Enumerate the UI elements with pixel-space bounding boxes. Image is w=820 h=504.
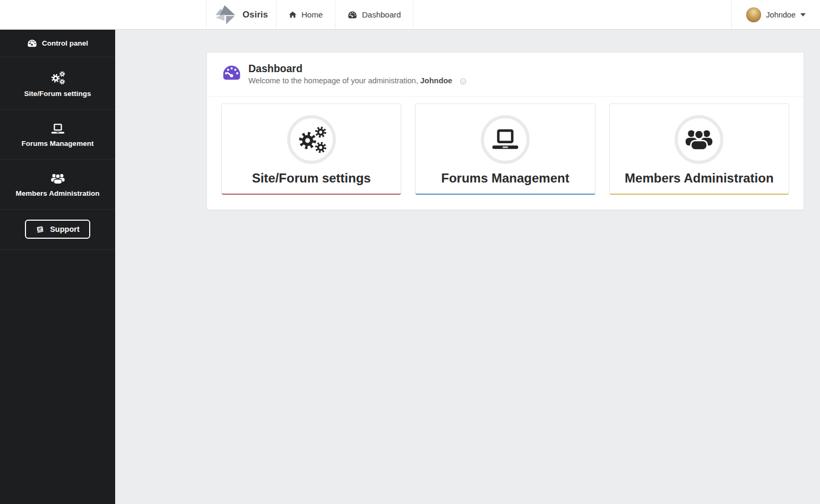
caret-down-icon [800, 13, 806, 16]
navbar-spacer [0, 0, 206, 29]
panel-header-text: Dashboard Welcome to the homepage of you… [248, 63, 467, 85]
card-site-forum-settings[interactable]: Site/Forum settings [221, 103, 401, 195]
card-icon-circle [481, 115, 530, 164]
brand-link[interactable]: Osiris [206, 0, 277, 29]
nav-item-label: Home [301, 10, 323, 19]
user-name: Johndoe [766, 11, 796, 19]
support-button-label: Support [50, 225, 80, 233]
main-content: Dashboard Welcome to the homepage of you… [115, 52, 820, 210]
nav-item-label: Dashboard [362, 10, 401, 19]
users-icon [50, 173, 66, 185]
dashboard-icon [27, 39, 37, 48]
smiley-icon [460, 78, 467, 85]
panel-header: Dashboard Welcome to the homepage of you… [207, 53, 804, 96]
sidebar-item-forums-management[interactable]: Forums Management [0, 110, 115, 160]
laptop-icon [489, 128, 521, 151]
osiris-logo-icon [214, 5, 237, 25]
card-label: Site/Forum settings [226, 171, 396, 186]
sidebar-header-control-panel[interactable]: Control panel [0, 30, 115, 57]
users-icon [683, 128, 715, 151]
card-icon-circle [675, 115, 723, 164]
dashboard-cards: Site/Forum settings Forums Management [207, 97, 804, 210]
subtitle-username: Johndoe [420, 76, 452, 85]
laptop-icon [50, 123, 66, 135]
dashboard-icon [222, 64, 241, 81]
page-subtitle: Welcome to the homepage of your administ… [248, 76, 467, 85]
top-navbar: Osiris Home Dashboard Johndoe [0, 0, 820, 30]
nav-item-dashboard[interactable]: Dashboard [335, 0, 413, 29]
card-label: Forums Management [420, 171, 590, 186]
sidebar-support-section: Support [0, 210, 115, 250]
support-button[interactable]: Support [25, 220, 90, 239]
brand-name: Osiris [243, 10, 268, 20]
book-icon [36, 225, 45, 233]
card-label: Members Administration [614, 171, 784, 186]
sidebar: Control panel Site/Forum settings Forums… [0, 30, 115, 504]
sidebar-item-site-forum-settings[interactable]: Site/Forum settings [0, 57, 115, 110]
page-title: Dashboard [248, 63, 467, 75]
sidebar-header-label: Control panel [42, 39, 88, 47]
gears-icon [49, 71, 66, 85]
sidebar-item-members-administration[interactable]: Members Administration [0, 160, 115, 210]
sidebar-item-label: Forums Management [4, 140, 111, 147]
user-menu-button[interactable]: Johndoe [731, 0, 820, 29]
user-avatar [746, 7, 761, 22]
gears-icon [295, 125, 328, 154]
navbar-fill [413, 0, 731, 29]
dashboard-panel: Dashboard Welcome to the homepage of you… [206, 52, 804, 210]
nav-item-home[interactable]: Home [277, 0, 335, 29]
home-icon [289, 11, 297, 18]
card-forums-management[interactable]: Forums Management [415, 103, 595, 195]
sidebar-item-label: Members Administration [4, 189, 111, 197]
card-icon-circle [287, 115, 336, 164]
sidebar-item-label: Site/Forum settings [4, 90, 111, 98]
dashboard-icon [348, 11, 357, 19]
subtitle-text: Welcome to the homepage of your administ… [248, 76, 418, 85]
card-members-administration[interactable]: Members Administration [609, 103, 789, 195]
